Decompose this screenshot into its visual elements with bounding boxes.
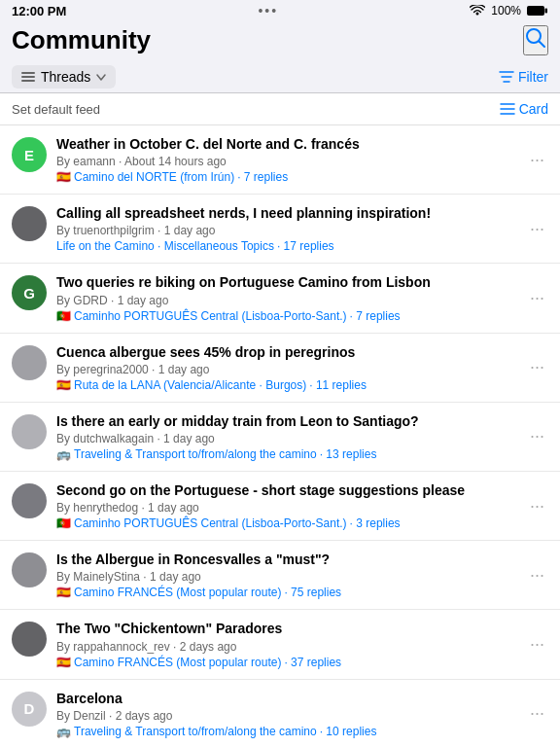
avatar [12, 622, 47, 657]
thread-item[interactable]: The Two "Chickentown" Paradores By rappa… [0, 610, 560, 679]
thread-meta: By truenorthpilgrim · 1 day ago [56, 224, 516, 237]
thread-content: Is there an early or midday train from L… [56, 412, 516, 461]
filter-button[interactable]: Filter [499, 69, 548, 85]
thread-replies: · 10 replies [320, 725, 377, 738]
thread-meta: By dutchwalkagain · 1 day ago [56, 432, 516, 445]
thread-title: Second go on the Portuguese - short stag… [56, 481, 516, 499]
thread-replies: · 75 replies [284, 586, 341, 599]
thread-title: Cuenca albergue sees 45% drop in peregri… [56, 343, 516, 361]
page-title: Community [12, 25, 151, 55]
default-feed-bar: Set default feed Card [0, 93, 560, 125]
status-bar: 12:00 PM ••• 100% [0, 0, 560, 21]
thread-content: Barcelona By Denzil · 2 days ago 🚌 Trave… [56, 690, 516, 738]
thread-tag: 🚌 Traveling & Transport to/from/along th… [56, 725, 516, 738]
avatar [12, 552, 47, 587]
thread-replies: · 37 replies [284, 656, 341, 669]
svg-rect-0 [527, 6, 544, 16]
thread-content: Calling all spreadsheet nerds, I need pl… [56, 204, 516, 253]
thread-item[interactable]: Is the Albergue in Roncesvalles a "must"… [0, 541, 560, 610]
toolbar: Threads Filter [0, 61, 560, 93]
header: Community [0, 21, 560, 61]
thread-tag-text: Life on the Camino · Miscellaneous Topic… [56, 239, 274, 253]
avatar: G [12, 275, 47, 310]
thread-more-button[interactable]: ··· [526, 634, 548, 655]
thread-more-button[interactable]: ··· [526, 288, 548, 308]
thread-tag-text: Camino del NORTE (from Irún) [74, 170, 234, 184]
thread-more-button[interactable]: ··· [526, 219, 548, 239]
thread-more-button[interactable]: ··· [526, 703, 548, 724]
thread-tag-text: Caminho PORTUGUÊS Central (Lisboa-Porto-… [74, 516, 347, 530]
search-icon [525, 27, 546, 49]
status-right: 100% [470, 4, 548, 18]
menu-icon [21, 72, 35, 82]
thread-title: Two queries re biking on Portuguese Cami… [56, 273, 516, 291]
card-button[interactable]: Card [500, 101, 548, 117]
thread-item[interactable]: Cuenca albergue sees 45% drop in peregri… [0, 334, 560, 403]
status-dots: ••• [258, 3, 278, 18]
thread-content: Weather in October C. del Norte and C. f… [56, 135, 516, 184]
thread-item[interactable]: G Two queries re biking on Portuguese Ca… [0, 264, 560, 333]
thread-meta: By GDRD · 1 day ago [56, 294, 516, 307]
thread-more-button[interactable]: ··· [526, 496, 548, 516]
thread-title: Barcelona [56, 690, 516, 707]
avatar [12, 206, 47, 241]
thread-title: Is there an early or midday train from L… [56, 412, 516, 430]
thread-content: Cuenca albergue sees 45% drop in peregri… [56, 343, 516, 392]
thread-more-button[interactable]: ··· [526, 565, 548, 586]
thread-replies: · 13 replies [320, 447, 377, 461]
thread-title: Is the Albergue in Roncesvalles a "must"… [56, 551, 516, 568]
thread-flag: 🇵🇹 [56, 516, 71, 530]
thread-meta: By peregrina2000 · 1 day ago [56, 363, 516, 376]
thread-title: Weather in October C. del Norte and C. f… [56, 135, 516, 153]
thread-tag-text: Camino FRANCÉS (Most popular route) [74, 586, 281, 599]
thread-meta: By henrythedog · 1 day ago [56, 501, 516, 515]
search-button[interactable] [523, 25, 548, 55]
thread-list: E Weather in October C. del Norte and C.… [0, 125, 560, 747]
card-label: Card [519, 101, 548, 117]
thread-flag: 🚌 [56, 447, 71, 461]
thread-tag: 🇪🇸 Ruta de la LANA (Valencia/Alicante · … [56, 378, 516, 392]
thread-replies: · 3 replies [350, 516, 401, 530]
thread-flag: 🚌 [56, 725, 71, 738]
avatar: D [12, 692, 47, 727]
avatar [12, 414, 47, 449]
thread-meta: By MainelyStina · 1 day ago [56, 570, 516, 584]
thread-more-button[interactable]: ··· [526, 357, 548, 377]
thread-meta: By Denzil · 2 days ago [56, 709, 516, 723]
thread-content: Two queries re biking on Portuguese Cami… [56, 273, 516, 322]
thread-flag: 🇪🇸 [56, 656, 71, 669]
svg-line-3 [540, 42, 545, 48]
filter-icon [499, 70, 514, 84]
avatar: E [12, 137, 47, 172]
status-time: 12:00 PM [12, 4, 66, 18]
wifi-icon [470, 5, 485, 17]
thread-tag-text: Traveling & Transport to/from/along the … [74, 447, 317, 461]
thread-item[interactable]: D Barcelona By Denzil · 2 days ago 🚌 Tra… [0, 680, 560, 748]
thread-item[interactable]: Second go on the Portuguese - short stag… [0, 472, 560, 541]
thread-flag: 🇪🇸 [56, 378, 71, 392]
thread-tag: 🇵🇹 Caminho PORTUGUÊS Central (Lisboa-Por… [56, 309, 516, 323]
list-icon [500, 102, 515, 116]
avatar [12, 345, 47, 380]
default-feed-label: Set default feed [12, 102, 100, 117]
avatar [12, 483, 47, 518]
thread-title: The Two "Chickentown" Paradores [56, 620, 516, 637]
thread-title: Calling all spreadsheet nerds, I need pl… [56, 204, 516, 222]
thread-content: The Two "Chickentown" Paradores By rappa… [56, 620, 516, 668]
thread-more-button[interactable]: ··· [526, 150, 548, 170]
thread-flag: 🇪🇸 [56, 170, 71, 184]
filter-label: Filter [518, 69, 548, 85]
thread-more-button[interactable]: ··· [526, 426, 548, 446]
thread-tag: Life on the Camino · Miscellaneous Topic… [56, 239, 516, 253]
thread-tag: 🚌 Traveling & Transport to/from/along th… [56, 447, 516, 461]
thread-tag: 🇪🇸 Camino FRANCÉS (Most popular route) ·… [56, 656, 516, 669]
thread-content: Is the Albergue in Roncesvalles a "must"… [56, 551, 516, 599]
thread-item[interactable]: Is there an early or midday train from L… [0, 403, 560, 472]
thread-flag: 🇵🇹 [56, 309, 71, 323]
thread-tag: 🇵🇹 Caminho PORTUGUÊS Central (Lisboa-Por… [56, 516, 516, 530]
thread-tag-text: Caminho PORTUGUÊS Central (Lisboa-Porto-… [74, 309, 347, 323]
thread-item[interactable]: Calling all spreadsheet nerds, I need pl… [0, 195, 560, 264]
thread-replies: · 7 replies [350, 309, 401, 323]
threads-dropdown-button[interactable]: Threads [12, 65, 116, 89]
thread-item[interactable]: E Weather in October C. del Norte and C.… [0, 125, 560, 195]
